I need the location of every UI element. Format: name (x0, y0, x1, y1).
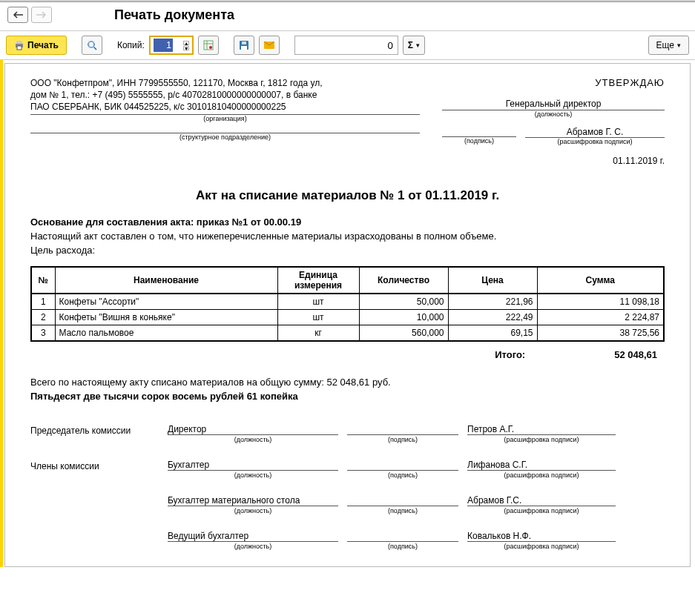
printer-icon (14, 40, 24, 50)
envelope-icon (264, 42, 274, 49)
copies-input[interactable] (154, 39, 173, 52)
nav-forward-button[interactable] (31, 7, 52, 23)
spin-up[interactable]: ▲ (183, 41, 189, 45)
document-page: ООО "Конфетпром", ИНН 7799555550, 121170… (4, 63, 691, 567)
page-title: Печать документа (114, 7, 234, 23)
svg-rect-1 (16, 41, 22, 44)
total-words: Пятьдесят две тысячи сорок восемь рублей… (30, 391, 665, 402)
copies-spinner[interactable]: ▲ ▼ (149, 36, 194, 55)
name-underlabel: (расшифровка подписи) (525, 138, 665, 145)
chevron-down-icon: ▾ (416, 42, 420, 49)
itogo-value: 52 048,61 (614, 349, 657, 360)
table-row: 2Конфеты "Вишня в коньяке"шт10,000222,49… (31, 310, 664, 325)
preview-button[interactable] (82, 36, 102, 55)
mail-button[interactable] (259, 36, 280, 55)
spin-down[interactable]: ▼ (183, 46, 189, 50)
magnifier-icon (87, 40, 97, 50)
svg-point-7 (209, 46, 212, 49)
save-button[interactable] (234, 36, 254, 55)
position-underlabel: (должность) (442, 110, 665, 118)
signature-row: Председатель комиссииДиректор(должность)… (30, 424, 665, 443)
approve-label: УТВЕРЖДАЮ (442, 77, 665, 88)
org-underlabel: (организация) (30, 114, 420, 122)
sigma-icon: Σ (408, 40, 413, 50)
doc-title: Акт на списание материалов № 1 от 01.11.… (30, 188, 665, 203)
dept-underlabel: (структурное подразделение) (30, 133, 420, 141)
svg-rect-2 (17, 46, 22, 50)
signature-row: Бухгалтер материального стола(должность)… (30, 495, 665, 514)
signature-row: Ведущий бухгалтер(должность)(подпись)Ков… (30, 531, 665, 550)
signature-row: Члены комиссииБухгалтер(должность)(подпи… (30, 460, 665, 479)
sum-button[interactable]: Σ ▾ (403, 36, 425, 55)
more-button[interactable]: Еще ▾ (648, 36, 689, 55)
itogo-label: Итого: (495, 349, 525, 360)
approve-date: 01.11.2019 г. (442, 156, 665, 166)
materials-table: № Наименование Единица измерения Количес… (30, 266, 665, 342)
goal-label: Цель расхода: (30, 245, 665, 256)
svg-line-4 (93, 47, 96, 50)
template-button[interactable] (198, 36, 219, 55)
copies-label: Копий: (117, 40, 145, 50)
nav-back-button[interactable] (7, 7, 28, 23)
approver-name: Абрамов Г. С. (525, 127, 665, 138)
table-row: 3Масло пальмовоекг560,00069,1538 725,56 (31, 325, 664, 342)
approver-position: Генеральный директор (442, 99, 665, 110)
page-number-field[interactable] (294, 36, 398, 55)
diskette-icon (239, 40, 249, 50)
svg-rect-10 (241, 46, 247, 50)
basis-line: Основание для составления акта: приказ №… (30, 216, 665, 228)
template-icon (203, 40, 214, 50)
print-button[interactable]: Печать (6, 36, 67, 55)
svg-rect-9 (242, 42, 246, 44)
signature-underlabel: (подпись) (442, 137, 516, 145)
org-info: ООО "Конфетпром", ИНН 7799555550, 121170… (30, 77, 420, 113)
chevron-down-icon: ▾ (677, 42, 681, 49)
total-line: Всего по настоящему акту списано материа… (30, 377, 665, 388)
table-row: 1Конфеты "Ассорти"шт50,000221,9611 098,1… (31, 294, 664, 310)
preamble-text: Настоящий акт составлен о том, что нижеп… (30, 231, 665, 242)
